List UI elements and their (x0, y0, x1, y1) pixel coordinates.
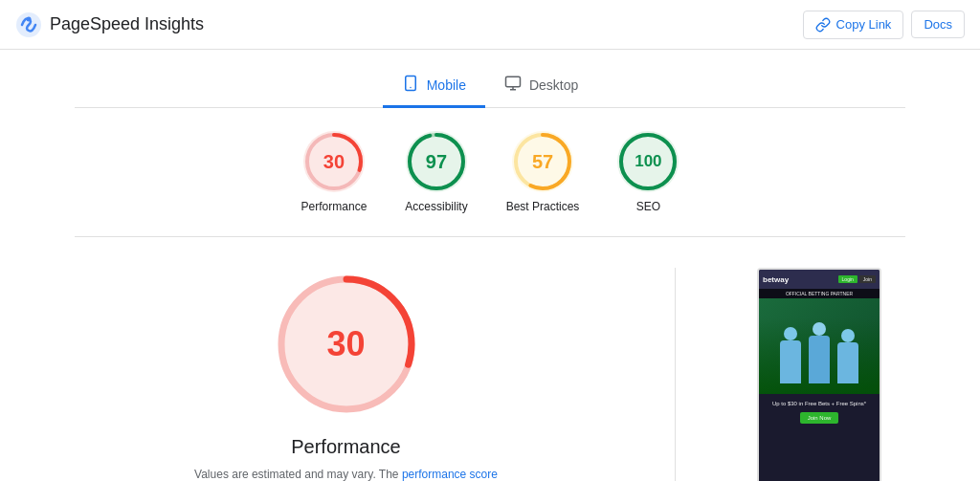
header-left: PageSpeed Insights (15, 11, 204, 38)
score-label-performance: Performance (301, 200, 368, 213)
partner-badge: OFFICIAL BETTING PARTNER (759, 289, 880, 298)
link-icon (815, 17, 831, 33)
header-right: Copy Link Docs (803, 11, 965, 39)
screenshot-offer: Up to $30 in Free Bets + Free Spins* Joi… (759, 394, 880, 429)
app-header: PageSpeed Insights Copy Link Docs (0, 0, 980, 50)
tab-mobile-label: Mobile (427, 77, 466, 93)
svg-rect-4 (505, 77, 520, 87)
score-seo: 100 SEO (617, 131, 679, 213)
main-content: Mobile Desktop 30 Perform (59, 50, 921, 481)
player-1 (777, 327, 804, 394)
player-3 (835, 329, 861, 394)
player-2 (806, 322, 833, 394)
score-value-accessibility: 97 (426, 151, 447, 173)
docs-button[interactable]: Docs (911, 11, 965, 38)
screenshot-topbar: betway Login Join (759, 270, 880, 289)
score-label-seo: SEO (636, 200, 660, 213)
app-title: PageSpeed Insights (50, 14, 204, 34)
scores-container: 30 Performance 97 Accessibility (75, 108, 905, 237)
mobile-icon (402, 75, 419, 96)
vertical-divider (675, 268, 676, 481)
pagespeed-logo (15, 11, 42, 38)
score-label-best-practices: Best Practices (506, 200, 580, 213)
player-shapes (777, 322, 861, 394)
big-score-container: 30 (270, 268, 423, 421)
tabs-container: Mobile Desktop (75, 50, 905, 108)
score-value-best-practices: 57 (532, 151, 553, 173)
big-score-value: 30 (326, 324, 365, 364)
performance-section: 30 Performance Values are estimated and … (75, 237, 905, 481)
score-circle-accessibility: 97 (406, 131, 467, 192)
desktop-icon (504, 75, 522, 96)
screenshot-banner (759, 298, 880, 394)
performance-title: Performance (291, 436, 401, 458)
score-best-practices: 57 Best Practices (506, 131, 580, 213)
betway-logo-text: betway (763, 275, 789, 284)
score-accessibility: 97 Accessibility (405, 131, 467, 213)
score-circle-best-practices: 57 (512, 131, 573, 192)
score-value-seo: 100 (635, 152, 661, 171)
copy-link-label: Copy Link (836, 17, 892, 32)
screenshot-players (759, 317, 880, 394)
docs-label: Docs (924, 17, 952, 32)
score-value-performance: 30 (323, 151, 345, 173)
phone-screenshot: betway Login Join OFFICIAL BETTING PARTN… (757, 268, 881, 481)
tab-desktop-label: Desktop (529, 77, 578, 93)
tab-mobile[interactable]: Mobile (383, 65, 485, 108)
performance-left: 30 Performance Values are estimated and … (75, 268, 617, 481)
offer-text: Up to $30 in Free Bets + Free Spins* (765, 400, 874, 407)
copy-link-button[interactable]: Copy Link (803, 11, 904, 39)
score-circle-performance: 30 (303, 131, 365, 192)
score-label-accessibility: Accessibility (405, 200, 467, 213)
score-circle-seo: 100 (617, 131, 679, 192)
tab-desktop[interactable]: Desktop (485, 65, 597, 108)
screenshot-area: betway Login Join OFFICIAL BETTING PARTN… (733, 268, 905, 481)
score-performance: 30 Performance (301, 131, 368, 213)
screenshot-nav-buttons: Login Join (838, 275, 876, 283)
join-now-button-screenshot: Join Now (800, 412, 839, 424)
performance-description: Values are estimated and may vary. The p… (193, 466, 500, 481)
svg-point-1 (27, 16, 32, 21)
